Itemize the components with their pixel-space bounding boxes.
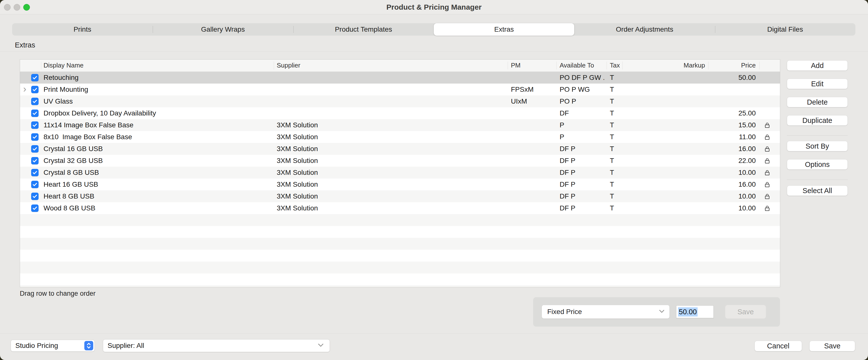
table-row[interactable]: › Print Mounting FPSxM PO P WG T: [20, 84, 780, 95]
side-button-group-edit: AddEditDeleteDuplicate: [787, 60, 848, 126]
cell-supplier: 3XM Solution: [277, 155, 499, 167]
header-divider: [708, 62, 709, 69]
chevron-down-icon: [316, 341, 325, 351]
checkmark-icon: [32, 98, 38, 104]
table-row[interactable]: › Dropbox Delivery, 10 Day Availability …: [20, 107, 780, 119]
tab[interactable]: Extras: [434, 23, 574, 36]
row-checkbox[interactable]: [31, 133, 38, 141]
save-label: Save: [824, 342, 840, 350]
row-checkbox[interactable]: [31, 74, 38, 81]
save-button[interactable]: Save: [809, 341, 855, 351]
tab-label: Order Adjustments: [616, 26, 673, 33]
row-checkbox[interactable]: [31, 86, 38, 93]
tab-label: Extras: [494, 26, 514, 33]
section-label: Extras: [15, 41, 35, 49]
checkmark-icon: [32, 146, 38, 152]
row-checkbox[interactable]: [31, 145, 38, 153]
checkmark-icon: [32, 170, 38, 175]
row-checkbox[interactable]: [31, 157, 38, 164]
col-header-supplier[interactable]: Supplier: [277, 60, 499, 71]
side-button-label: Add: [811, 62, 824, 70]
side-button[interactable]: Delete: [787, 97, 848, 107]
price-value-text: 50.00: [678, 307, 698, 317]
row-checkbox[interactable]: [31, 98, 38, 105]
row-checkbox[interactable]: [31, 121, 38, 129]
cell-display-name: UV Glass: [43, 95, 271, 107]
cell-supplier: 3XM Solution: [277, 190, 499, 202]
side-button-label: Options: [805, 160, 830, 169]
cell-available-to: DF P: [560, 178, 604, 190]
row-checkbox[interactable]: [31, 109, 38, 117]
row-checkbox[interactable]: [31, 193, 38, 200]
cell-price: 10.00: [710, 190, 756, 202]
lock-icon: [760, 167, 775, 178]
side-button[interactable]: Sort By: [787, 141, 848, 151]
table-row[interactable]: › Crystal 32 GB USB 3XM Solution DF P T …: [20, 155, 780, 167]
checkmark-icon: [32, 205, 38, 211]
col-header-price[interactable]: Price: [710, 60, 756, 71]
tab[interactable]: Product Templates: [293, 23, 434, 36]
tab-label: Prints: [73, 26, 91, 33]
col-header-available-to[interactable]: Available To: [560, 60, 604, 71]
cell-display-name: Crystal 16 GB USB: [43, 143, 271, 155]
row-checkbox[interactable]: [31, 169, 38, 176]
tab[interactable]: Order Adjustments: [574, 23, 715, 36]
cell-price: 11.00: [710, 131, 756, 143]
cancel-button[interactable]: Cancel: [754, 341, 802, 351]
pricing-mode-popup[interactable]: Studio Pricing: [11, 340, 95, 352]
table-row[interactable]: › Wood 8 GB USB 3XM Solution DF P T 10.0…: [20, 202, 780, 214]
side-button[interactable]: Select All: [787, 186, 848, 196]
table-row[interactable]: › Crystal 8 GB USB 3XM Solution DF P T 1…: [20, 167, 780, 178]
table-row[interactable]: › 8x10 Image Box False Base 3XM Solution…: [20, 131, 780, 143]
row-checkbox[interactable]: [31, 204, 38, 212]
table-row[interactable]: › Crystal 16 GB USB 3XM Solution DF P T …: [20, 143, 780, 155]
col-header-tax[interactable]: Tax: [610, 60, 622, 71]
side-button[interactable]: Edit: [787, 78, 848, 89]
tab[interactable]: Gallery Wraps: [153, 23, 293, 36]
cell-price: 16.00: [710, 143, 756, 155]
table-row[interactable]: › UV Glass UIxM PO P T: [20, 95, 780, 107]
tab-label: Product Templates: [335, 26, 392, 33]
cell-price: 16.00: [710, 178, 756, 190]
table-row[interactable]: › 11x14 Image Box False Base 3XM Solutio…: [20, 119, 780, 131]
side-button[interactable]: Duplicate: [787, 115, 848, 126]
cell-supplier: 3XM Solution: [277, 167, 499, 178]
checkmark-icon: [32, 182, 38, 188]
cell-available-to: P: [560, 131, 604, 143]
pricing-type-dropdown[interactable]: Fixed Price: [541, 305, 670, 319]
panel-save-button[interactable]: Save: [725, 305, 766, 319]
chevron-down-icon: [657, 307, 666, 317]
updown-chevrons-icon: [84, 341, 93, 350]
table-row[interactable]: › Heart 8 GB USB 3XM Solution DF P T 10.…: [20, 190, 780, 202]
cell-tax: T: [610, 155, 622, 167]
panel-save-label: Save: [737, 308, 754, 316]
tab[interactable]: Prints: [12, 23, 153, 36]
tab-bar: Prints Gallery Wraps Product Templates E…: [12, 23, 856, 36]
row-checkbox[interactable]: [31, 181, 38, 188]
cell-price: 10.00: [710, 202, 756, 214]
col-header-display-name[interactable]: Display Name: [43, 60, 271, 71]
price-value-input[interactable]: 50.00: [676, 305, 714, 318]
checkmark-icon: [32, 134, 38, 140]
cell-display-name: Crystal 8 GB USB: [43, 167, 271, 178]
cell-available-to: DF P: [560, 190, 604, 202]
cell-display-name: Wood 8 GB USB: [43, 202, 271, 214]
table-row[interactable]: › Retouching PO DF P GW ... T 50.00: [20, 72, 780, 84]
supplier-filter-dropdown[interactable]: Supplier: All: [103, 339, 330, 352]
col-header-markup[interactable]: Markup: [623, 60, 705, 71]
tab[interactable]: Digital Files: [715, 23, 856, 36]
cell-available-to: DF: [560, 107, 604, 119]
cell-tax: T: [610, 95, 622, 107]
cell-display-name: 11x14 Image Box False Base: [43, 119, 271, 131]
col-header-pm[interactable]: PM: [511, 60, 553, 71]
table-row[interactable]: › Heart 16 GB USB 3XM Solution DF P T 16…: [20, 178, 780, 190]
cell-supplier: 3XM Solution: [277, 119, 499, 131]
cell-available-to: PO P WG: [560, 84, 604, 95]
cell-tax: T: [610, 72, 622, 84]
cell-tax: T: [610, 107, 622, 119]
checkmark-icon: [32, 193, 38, 199]
side-button[interactable]: Add: [787, 60, 848, 71]
side-button[interactable]: Options: [787, 159, 848, 170]
chevron-right-icon[interactable]: ›: [21, 84, 29, 94]
cell-available-to: DF P: [560, 155, 604, 167]
